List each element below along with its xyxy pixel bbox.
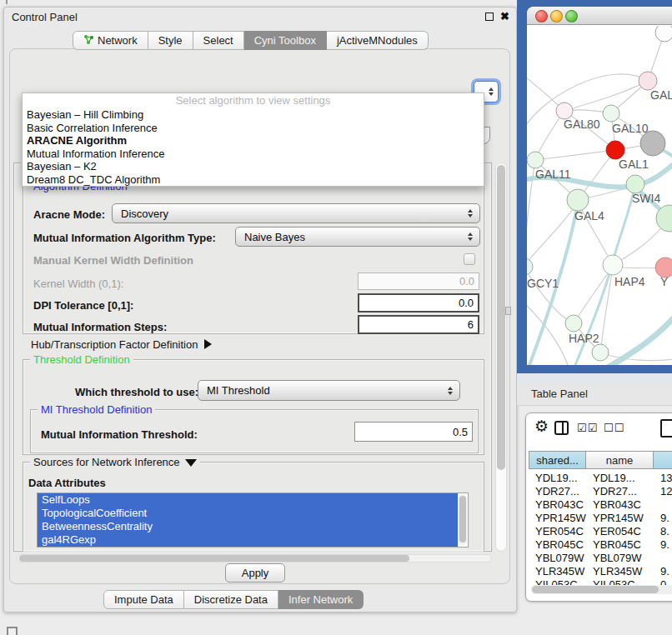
network-node[interactable] (592, 344, 609, 361)
settings-horizontal-scrollbar[interactable] (17, 554, 492, 562)
network-node-gal11[interactable] (527, 152, 544, 168)
network-node[interactable] (655, 26, 672, 42)
network-canvas[interactable]: GALGAL80GAL10GAL1GAL11SWI4GAL4GCY1HAP4YH… (527, 26, 672, 365)
dock-icon[interactable] (7, 627, 18, 635)
tab-cyni-toolbox[interactable]: Cyni Toolbox (244, 31, 327, 50)
mi-steps-label: Mutual Information Steps: (33, 321, 167, 333)
network-node-hap4[interactable] (603, 255, 623, 275)
attribute-item-betweennesscentrality[interactable]: BetweennessCentrality (38, 520, 458, 533)
minimize-traffic-light[interactable] (550, 10, 563, 22)
network-node-swi4[interactable] (626, 175, 644, 193)
column-header-a[interactable]: A (654, 451, 672, 469)
algorithm-dropdown-prompt: Select algorithm to view settings (23, 93, 484, 108)
table-row[interactable]: YDR27...YDR27...12 (529, 485, 672, 498)
network-edge[interactable] (600, 352, 672, 361)
network-node-gal80[interactable] (556, 102, 573, 119)
bottom-tab-infer-network[interactable]: Infer Network (278, 590, 364, 609)
table-horizontal-scrollbar[interactable] (531, 585, 672, 594)
which-threshold-label: Which threshold to use: (75, 386, 198, 398)
table-cell: YBR043C (586, 498, 654, 512)
kernel-width-field[interactable]: 0.0 (358, 272, 479, 290)
table-row[interactable]: YIL053CYIL053C0. (529, 578, 672, 585)
table-cell: 8. (654, 525, 672, 538)
tab-network[interactable]: Network (73, 31, 148, 50)
network-node-gal[interactable] (639, 72, 657, 90)
panel-splitter-handle[interactable] (505, 307, 511, 315)
network-edge[interactable] (527, 267, 574, 323)
table-cell: YER054C (586, 525, 654, 538)
zoom-traffic-light[interactable] (565, 10, 578, 22)
algorithm-option-aracne-algorithm[interactable]: ARACNE Algorithm (23, 134, 484, 148)
attribute-item-selfloops[interactable]: SelfLoops (38, 493, 458, 507)
table-row[interactable]: YBR045CYBR045C9. (529, 538, 672, 552)
which-threshold-combo[interactable]: MI Threshold (198, 380, 460, 401)
sources-title[interactable]: Sources for Network Inference (30, 456, 200, 468)
mi-steps-field[interactable]: 6 (358, 315, 479, 334)
close-traffic-light[interactable] (535, 10, 548, 22)
column-header-shared[interactable]: shared... (529, 451, 586, 469)
algorithm-option-bayesian-k2[interactable]: Bayesian – K2 (23, 160, 484, 173)
algorithm-option-basic-correlation-inference[interactable]: Basic Correlation Inference (23, 122, 484, 135)
node-label: GCY1 (527, 277, 559, 290)
mi-threshold-definition-group: MI Threshold Definition Mutual Informati… (30, 409, 479, 453)
gear-icon[interactable]: ⚙ (534, 418, 549, 434)
network-node-gcy1[interactable] (527, 258, 533, 275)
bottom-tab-discretize-data[interactable]: Discretize Data (184, 590, 278, 609)
table-row[interactable]: YLR345WYLR345W9. (529, 565, 672, 578)
export-table-icon[interactable] (660, 419, 672, 438)
network-icon (83, 34, 94, 48)
network-edge-highlighted[interactable] (602, 314, 672, 365)
attribute-item-gal4rgexp[interactable]: gal4RGexp (38, 533, 458, 547)
column-view-icon[interactable] (554, 421, 569, 435)
node-label: HAP2 (569, 332, 599, 345)
deselect-all-icon[interactable]: ☐☐ (604, 422, 624, 434)
apply-button[interactable]: Apply (225, 563, 285, 582)
node-label: Y (660, 275, 669, 288)
tab-style[interactable]: Style (148, 31, 193, 50)
table-cell: 13 (654, 472, 672, 485)
mi-threshold-field[interactable]: 0.5 (354, 422, 473, 442)
node-label: GAL4 (574, 209, 604, 222)
network-node[interactable] (640, 131, 665, 156)
table-cell (654, 498, 672, 512)
network-edge[interactable] (535, 150, 615, 160)
table-panel-window: ⚙ ☑☑ ☐☐ shared...nameA YDL19...YDL19...1… (525, 412, 672, 602)
table-cell: YDL19... (586, 472, 654, 485)
hub-definition-toggle[interactable]: Hub/Transcription Factor Definition (31, 338, 212, 351)
algorithm-option-dream8-dc-tdc-algorithm[interactable]: Dream8 DC_TDC Algorithm (23, 173, 484, 187)
column-header-name[interactable]: name (586, 451, 654, 469)
network-window-titlebar[interactable] (527, 7, 672, 25)
manual-kernel-checkbox[interactable] (464, 253, 475, 265)
tab-select[interactable]: Select (193, 31, 244, 50)
algorithm-option-mutual-information-inference[interactable]: Mutual Information Inference (23, 148, 484, 161)
network-node-gal4[interactable] (567, 189, 589, 211)
float-window-icon[interactable] (485, 12, 494, 21)
attribute-item-topologicalcoefficient[interactable]: TopologicalCoefficient (38, 507, 458, 520)
network-node-gal1[interactable] (606, 141, 624, 159)
table-row[interactable]: YBL079WYBL079W (529, 552, 672, 565)
table-row[interactable]: YBR043CYBR043C (529, 498, 672, 512)
table-cell: YPR145W (529, 512, 586, 525)
network-node-hap2[interactable] (565, 315, 582, 332)
table-row[interactable]: YER054CYER054C8. (529, 525, 672, 538)
list-scrollbar[interactable] (459, 494, 467, 546)
table-row[interactable]: YPR145WYPR145W9. (529, 512, 672, 525)
table-row[interactable]: YDL19...YDL19...13 (529, 472, 672, 485)
tab-jactivemnodules[interactable]: jActiveMNodules (327, 31, 429, 50)
data-attributes-list: SelfLoopsTopologicalCoefficientBetweenne… (37, 492, 469, 548)
close-icon[interactable]: ✖ (500, 10, 509, 22)
mi-algorithm-type-combo[interactable]: Naive Bayes (235, 227, 480, 247)
data-attributes-label: Data Attributes (28, 477, 106, 489)
cyni-bottom-tabs: Impute DataDiscretize DataInfer Network (103, 590, 364, 609)
aracne-mode-combo[interactable]: Discovery (112, 203, 480, 223)
table-cell: YDL19... (529, 472, 586, 485)
tab-label: Network (98, 34, 138, 47)
table-cell: YIL053C (529, 578, 586, 585)
select-all-icon[interactable]: ☑☑ (577, 422, 598, 434)
bottom-tab-impute-data[interactable]: Impute Data (103, 590, 184, 609)
algorithm-option-bayesian-hill-climbing[interactable]: Bayesian – Hill Climbing (23, 108, 484, 122)
settings-vertical-scrollbar[interactable] (495, 162, 507, 552)
dpi-tolerance-field[interactable]: 0.0 (358, 293, 479, 312)
network-edge[interactable] (574, 267, 613, 323)
network-node-gal10[interactable] (603, 105, 619, 122)
